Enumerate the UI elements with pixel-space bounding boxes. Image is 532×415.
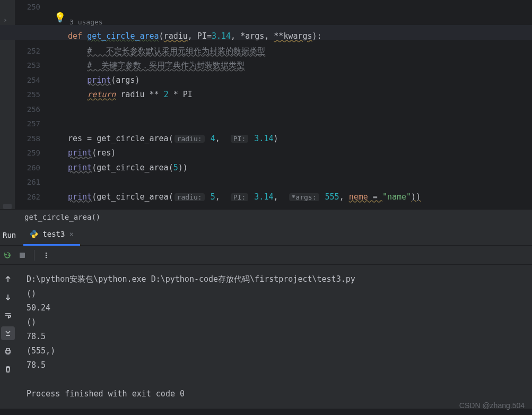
line-num: 257 [15,117,40,132]
close-icon[interactable]: × [69,230,73,238]
line-num: 254 [15,73,40,88]
line-num: 260 [15,161,40,176]
run-tool-window: Run test3 × D:\python安装包\python [0,224,532,409]
svg-point-3 [46,256,47,257]
svg-point-1 [46,252,47,253]
line-num: 256 [15,102,40,117]
stop-button[interactable] [16,249,29,262]
svg-point-2 [46,254,47,255]
more-icon[interactable] [40,249,53,262]
line-num: 252 [15,44,40,59]
console-output[interactable]: D:\python安装包\python.exe D:\python-code存放… [16,265,532,409]
svg-rect-0 [20,253,25,258]
run-tab[interactable]: test3 × [23,224,80,246]
lightbulb-icon[interactable]: 💡 [54,12,66,23]
console-side-toolbar [0,265,16,409]
watermark: CSDN @zhang.504 [459,401,525,410]
run-panel-title: Run [0,231,23,239]
inlay-hint: radiu: [175,193,205,201]
inlay-hint: radiu: [175,135,205,143]
line-num: 261 [15,175,40,190]
keyword-def: def [68,31,82,41]
line-num: 258 [15,132,40,146]
up-arrow-icon[interactable] [1,272,15,286]
param: radiu [164,31,188,41]
usages-hint[interactable]: 3 usages [69,18,103,26]
fold-indicator[interactable] [3,204,12,209]
soft-wrap-icon[interactable] [1,308,15,322]
line-num: 253 [15,58,40,73]
inlay-hint: *args: [289,193,319,201]
trash-icon[interactable] [1,362,15,376]
comment: # 不定长参数默认采用元组作为封装的数据类型 [87,46,265,56]
line-num: 259 [15,146,40,161]
python-icon [30,230,38,238]
down-arrow-icon[interactable] [1,290,15,304]
chevron-right-icon[interactable]: › [3,16,7,24]
tab-label: test3 [42,230,65,238]
keyword-return: return [87,90,116,99]
line-num: 250 [15,0,40,15]
line-num: 262 [15,190,40,205]
line-num: 255 [15,88,40,102]
function-name: get_circle_area [87,31,159,41]
scroll-to-end-icon[interactable] [1,326,15,340]
inlay-hint: PI: [231,193,248,201]
comment: # 关键字参数，采用字典作为封装数据类型 [87,60,245,70]
inlay-hint: PI: [231,135,248,143]
print-icon[interactable] [1,344,15,358]
code-editor[interactable]: 3 usages def get_circle_area(radiu, PI=3… [68,0,532,209]
builtin-print: print [87,75,111,85]
breadcrumb[interactable]: get_circle_area() [0,209,532,224]
rerun-button[interactable] [1,249,14,262]
separator [34,250,34,261]
